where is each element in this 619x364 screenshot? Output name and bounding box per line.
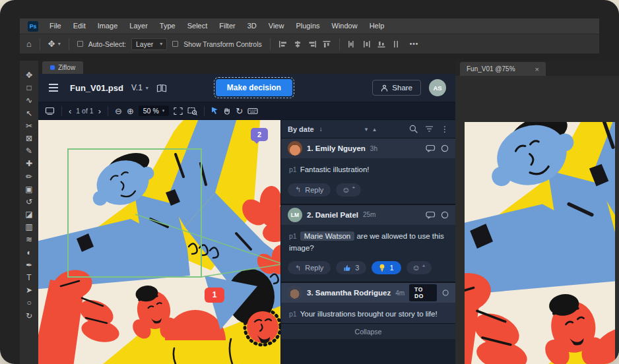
- more-options-icon[interactable]: •••: [410, 40, 419, 47]
- tool-type[interactable]: T: [22, 274, 36, 282]
- prev-page-icon[interactable]: ‹: [69, 107, 71, 115]
- tool-eraser[interactable]: ◪: [22, 210, 36, 218]
- align-top-icon[interactable]: [322, 40, 331, 48]
- tool-frame[interactable]: ⊠: [22, 135, 36, 142]
- idea-reaction-pill[interactable]: 1: [372, 261, 401, 274]
- align-center-horizontal-icon[interactable]: [293, 40, 302, 48]
- status-circle-icon[interactable]: [441, 144, 449, 152]
- distribute-vertical-icon[interactable]: [391, 40, 401, 48]
- reply-button[interactable]: ↰Reply: [288, 261, 331, 274]
- menu-type[interactable]: Type: [154, 18, 181, 34]
- home-icon[interactable]: ⌂: [26, 40, 32, 48]
- hand-tool-icon[interactable]: [223, 107, 231, 115]
- distribute-center-icon[interactable]: [362, 40, 372, 48]
- tool-pen[interactable]: ✒: [22, 261, 36, 269]
- auto-select-dropdown[interactable]: Layer▾: [131, 38, 167, 50]
- mention-chip[interactable]: Marie Watson: [300, 231, 355, 241]
- idea-count: 1: [389, 264, 393, 272]
- fit-screen-icon[interactable]: [174, 107, 183, 115]
- kebab-menu-icon[interactable]: ⋮: [441, 125, 449, 134]
- rotate-view-icon[interactable]: ↻: [236, 107, 243, 115]
- tool-clone-stamp[interactable]: ▣: [22, 185, 36, 193]
- zoom-in-icon[interactable]: ⊕: [127, 107, 134, 115]
- comment-author: Daniel Patel: [315, 211, 358, 219]
- comment-item-3[interactable]: 3. Samantha Rodriguez 4m TO DO p1Your il…: [281, 283, 455, 323]
- document-tab[interactable]: Fun_V01 @75% ×: [460, 62, 546, 76]
- tool-marquee[interactable]: □: [22, 84, 36, 92]
- comment-item-1[interactable]: 1. Emily Nguyen 3h p1Fantastic illustrat…: [281, 138, 455, 205]
- proof-canvas[interactable]: 2 1: [38, 120, 280, 364]
- status-circle-icon[interactable]: [442, 289, 449, 297]
- zoom-region-icon[interactable]: [187, 107, 197, 115]
- next-page-icon[interactable]: ›: [98, 107, 101, 115]
- menu-edit[interactable]: Edit: [67, 18, 92, 34]
- ziflow-panel-tab[interactable]: Ziflow: [42, 61, 83, 74]
- close-icon[interactable]: ×: [535, 65, 539, 73]
- reply-button[interactable]: ↰Reply: [288, 183, 331, 197]
- menu-layer[interactable]: Layer: [123, 18, 154, 34]
- tool-path-select[interactable]: ➤: [22, 286, 36, 294]
- make-decision-button[interactable]: Make decision: [216, 79, 292, 96]
- like-reaction-pill[interactable]: 3: [336, 261, 366, 274]
- status-circle-icon[interactable]: [441, 211, 449, 219]
- tool-shape[interactable]: ○: [22, 299, 36, 307]
- tool-dodge[interactable]: ◐: [22, 249, 36, 257]
- tool-crop[interactable]: ✂: [22, 122, 36, 130]
- menu-help[interactable]: Help: [364, 18, 391, 34]
- zoom-level-dropdown[interactable]: 50 %▾: [139, 106, 169, 116]
- comment-bubble-icon[interactable]: [426, 211, 436, 219]
- add-reaction-button[interactable]: ☺+: [407, 261, 432, 274]
- menu-file[interactable]: File: [44, 18, 67, 34]
- tool-quick-select[interactable]: ↖: [22, 109, 36, 117]
- expand-all-icon[interactable]: ▴: [373, 126, 376, 133]
- sort-direction-icon[interactable]: ↓: [319, 125, 323, 133]
- distribute-bottom-icon[interactable]: [377, 40, 386, 48]
- menu-select[interactable]: Select: [181, 18, 214, 34]
- keyboard-shortcuts-icon[interactable]: [247, 107, 258, 115]
- account-avatar[interactable]: AS: [429, 79, 446, 96]
- compare-versions-icon[interactable]: [156, 84, 167, 92]
- menu-window[interactable]: Window: [326, 18, 364, 34]
- version-dropdown[interactable]: V.1▾: [131, 83, 148, 92]
- chevron-down-icon[interactable]: ▾: [58, 41, 61, 47]
- hamburger-menu-icon[interactable]: [48, 87, 59, 88]
- align-right-icon[interactable]: [308, 40, 317, 48]
- menu-filter[interactable]: Filter: [213, 18, 241, 34]
- zoom-out-icon[interactable]: ⊖: [115, 107, 122, 115]
- document-canvas[interactable]: [465, 122, 615, 364]
- share-button[interactable]: Share: [372, 80, 421, 96]
- auto-select-checkbox[interactable]: [77, 41, 83, 47]
- sort-dropdown[interactable]: By date: [288, 125, 314, 133]
- tool-history-brush[interactable]: ↺: [22, 198, 36, 206]
- comment-item-2[interactable]: LM 2. Daniel Patel 25m p1Marie Watson ar…: [281, 205, 455, 284]
- pointer-tool-icon[interactable]: [211, 107, 218, 115]
- comment-actions: ↰Reply 3 1 ☺+: [281, 257, 455, 282]
- comment-marker-2[interactable]: 2: [251, 128, 268, 141]
- tool-healing-brush[interactable]: ✚: [22, 160, 36, 167]
- tool-move[interactable]: ✥: [22, 71, 36, 79]
- menu-image[interactable]: Image: [92, 18, 124, 34]
- tool-rotate-view[interactable]: ↻: [22, 312, 36, 320]
- search-icon[interactable]: [409, 125, 418, 133]
- comment-bubble-icon[interactable]: [426, 144, 436, 152]
- tool-smudge[interactable]: ≋: [22, 235, 36, 243]
- move-tool-icon[interactable]: ✥: [48, 40, 55, 48]
- add-reaction-button[interactable]: ☺+: [336, 183, 361, 197]
- collapse-all-icon[interactable]: ▾: [365, 126, 368, 133]
- menu-plugins[interactable]: Plugins: [290, 18, 325, 34]
- annotation-rectangle[interactable]: [68, 149, 201, 277]
- tool-brush[interactable]: ✏: [22, 173, 36, 181]
- distribute-left-icon[interactable]: [348, 40, 357, 48]
- collapse-panel-button[interactable]: Collapse: [281, 323, 455, 339]
- tool-lasso[interactable]: ∿: [22, 96, 36, 104]
- tool-eyedropper[interactable]: ✎: [22, 147, 36, 155]
- comment-marker-1[interactable]: 1: [205, 288, 224, 303]
- align-left-icon[interactable]: [278, 40, 288, 48]
- pages-view-icon[interactable]: [45, 107, 55, 115]
- todo-status-badge[interactable]: TO DO: [409, 284, 437, 301]
- show-transform-checkbox[interactable]: [172, 41, 178, 47]
- tool-gradient[interactable]: ▥: [22, 223, 36, 231]
- menu-view[interactable]: View: [263, 18, 290, 34]
- menu-3d[interactable]: 3D: [242, 18, 263, 34]
- filter-icon[interactable]: [425, 125, 434, 133]
